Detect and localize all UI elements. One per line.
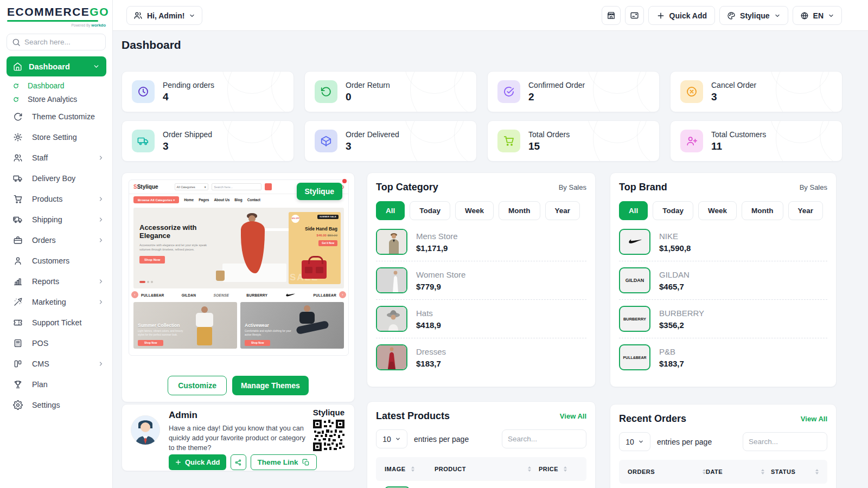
tab-all[interactable]: All [619, 201, 648, 220]
card-icon [630, 11, 639, 20]
tab-month[interactable]: Month [742, 201, 783, 220]
tab-year[interactable]: Year [788, 201, 824, 220]
latest-products-card: Latest Products View All 10 entries per … [367, 401, 596, 488]
logo-accent: GO [90, 5, 109, 18]
entries-label: entries per page [657, 438, 712, 446]
entries-label: entries per page [414, 435, 469, 444]
sidebar-search-input[interactable] [24, 34, 103, 50]
discount-badge: 30% OFF [291, 215, 299, 223]
sidebar-item-customers[interactable]: Customers [0, 251, 113, 271]
carousel-dots [139, 281, 153, 283]
tab-today[interactable]: Today [653, 201, 693, 220]
theme-preview-card: Stylique SStylique All Categories▾ Searc… [122, 172, 355, 402]
page-size-select[interactable]: 10 [619, 432, 650, 451]
view-all-link[interactable]: View All [801, 415, 827, 423]
admin-title: Admin [169, 410, 197, 421]
storefront-preview[interactable]: SStylique All Categories▾ Search here...… [129, 179, 349, 356]
sidebar-subitem-dashboard[interactable]: Dashboard [0, 79, 113, 93]
clock-icon [132, 80, 155, 103]
customize-button[interactable]: Customize [168, 376, 227, 395]
view-all-link[interactable]: View All [560, 412, 586, 420]
card-pattern [227, 71, 294, 112]
chevron-right-icon [98, 237, 104, 243]
brand-row-nike: NIKE$1,590,8 [619, 223, 827, 261]
sidebar-item-products[interactable]: Products [0, 189, 113, 209]
avatar [131, 415, 160, 445]
share-button[interactable] [231, 454, 246, 470]
prev-arrow-icon: ‹ [131, 291, 138, 298]
language-button[interactable]: EN [793, 6, 842, 25]
cms-icon [13, 359, 23, 369]
admin-message: Have a nice day! Did you know that you c… [169, 423, 309, 453]
sidebar-item-shipping[interactable]: Shipping [0, 209, 113, 230]
nike-swoosh-icon [619, 229, 650, 255]
category-thumbnail [376, 344, 407, 370]
table-search-input[interactable] [502, 429, 586, 448]
category-row-women-store: Women Store$779,9 [376, 261, 586, 299]
banner-activewear: Activewear Comfortable and stylish cloth… [240, 302, 344, 349]
sidebar-item-reports[interactable]: Reports [0, 271, 113, 292]
sidebar-item-staff[interactable]: Staff [0, 147, 113, 168]
chevron-right-icon [98, 278, 104, 285]
sidebar-item-settings[interactable]: Settings [0, 395, 113, 415]
sidebar-item-pos[interactable]: POS [0, 333, 113, 354]
pullandbear-logo: PULL&BEAR [619, 344, 650, 370]
table-header: ORDERS DATE STATUS [619, 460, 827, 484]
sidebar-item-delivery-boy[interactable]: Delivery Boy [0, 168, 113, 189]
tab-month[interactable]: Month [499, 201, 540, 220]
brand-row-burberry: BURBERRY BURBERRY$356,2 [619, 299, 827, 338]
page-title: Dashboard [122, 38, 181, 52]
truck-icon [132, 130, 155, 152]
chevron-down-icon [774, 12, 781, 19]
app-logo[interactable]: ECOMMERCEGO Powered By workdo [7, 5, 106, 28]
user-menu-button[interactable]: Hi, Admin! [126, 6, 202, 25]
tab-week[interactable]: Week [698, 201, 737, 220]
card-pattern [776, 71, 843, 112]
powered-by: Powered By workdo [7, 23, 106, 28]
sidebar-subitem-store-analytics[interactable]: Store Analytics [0, 93, 113, 106]
sidebar-item-store-setting[interactable]: Store Setting [0, 127, 113, 147]
return-icon [315, 80, 337, 103]
sidebar-item-cms[interactable]: CMS [0, 354, 113, 374]
chevron-down-icon [189, 12, 195, 19]
theme-customize-icon [13, 112, 23, 121]
copy-icon [302, 459, 310, 466]
stat-card-order-delivered: Order Delivered3 [304, 120, 477, 162]
sidebar-group-dashboard[interactable]: Dashboard [7, 56, 106, 76]
tab-week[interactable]: Week [455, 201, 494, 220]
tab-year[interactable]: Year [545, 201, 580, 220]
news-card-button[interactable] [625, 6, 644, 25]
storefront-hero: Accessorize withElegance Accessorize wit… [133, 208, 344, 288]
by-sales-label: By Sales [559, 183, 586, 191]
cart-icon [497, 130, 520, 152]
page-size-select[interactable]: 10 [376, 429, 407, 448]
topbar: Hi, Admin! Quick Add Stylique EN [113, 0, 868, 31]
hero-photo [215, 212, 291, 288]
theme-switcher-button[interactable]: Stylique [719, 6, 788, 25]
topbar-actions: Quick Add Stylique EN [602, 6, 842, 25]
pos-icon [13, 338, 23, 348]
tab-all[interactable]: All [376, 201, 405, 220]
sidebar-item-support-ticket[interactable]: Support Ticket [0, 312, 113, 333]
reports-chart-icon [13, 277, 23, 286]
stat-card-total-customers: Total Customers11 [670, 120, 843, 162]
card-pattern [227, 120, 294, 162]
quick-add-button[interactable]: Quick Add [169, 454, 226, 470]
marketing-icon [13, 297, 23, 307]
home-icon [13, 62, 22, 71]
sidebar-item-theme-customize[interactable]: Theme Customize [0, 106, 113, 127]
tab-today[interactable]: Today [410, 201, 450, 220]
theme-link-button[interactable]: Theme Link [251, 454, 317, 470]
sidebar-item-orders[interactable]: Orders [0, 230, 113, 251]
manage-themes-button[interactable]: Manage Themes [232, 376, 309, 395]
quick-add-button[interactable]: Quick Add [648, 6, 716, 25]
sidebar-item-plan[interactable]: Plan [0, 374, 113, 395]
storefront-category-select: All Categories▾ [175, 183, 208, 190]
top-brand-card: Top Brand By Sales All Today Week Month … [610, 172, 837, 387]
storefront-button[interactable] [602, 6, 621, 25]
cancel-circle-icon [680, 80, 703, 103]
table-search-input[interactable] [743, 432, 827, 451]
chevron-down-icon [93, 63, 100, 70]
sidebar-item-marketing[interactable]: Marketing [0, 292, 113, 312]
top-brand-title: Top Brand [619, 182, 667, 193]
